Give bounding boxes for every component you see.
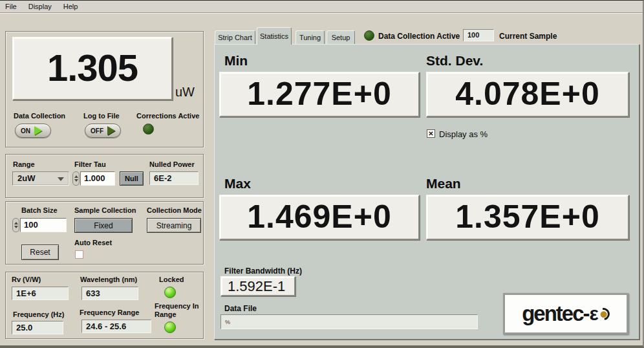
min-header: Min bbox=[224, 53, 248, 69]
reset-button[interactable]: Reset bbox=[21, 245, 59, 260]
nulled-power-label: Nulled Power bbox=[149, 160, 195, 168]
data-collection-toggle-state: ON bbox=[21, 127, 30, 135]
current-sample-label: Current Sample bbox=[499, 32, 557, 41]
log-to-file-toggle[interactable]: OFF bbox=[85, 124, 121, 138]
spinner-up-icon bbox=[74, 173, 78, 178]
spinner-down-icon bbox=[14, 226, 18, 230]
gentec-logo-text: gentec- bbox=[522, 301, 588, 326]
frequency-range-label: Frequency Range bbox=[80, 309, 139, 316]
filter-bandwidth-label: Filter Bandwidth (Hz) bbox=[224, 266, 302, 276]
rv-label: Rv (V/W) bbox=[12, 276, 41, 283]
mean-value-display: 1.357E+0 bbox=[426, 195, 629, 240]
menu-help[interactable]: Help bbox=[63, 1, 84, 12]
power-reading-display: 1.305 bbox=[12, 37, 173, 100]
filter-bandwidth-value: 1.592E-1 bbox=[220, 276, 295, 296]
frequency-in-range-label: Frequency In Range bbox=[155, 302, 200, 319]
batch-size-label: Batch Size bbox=[21, 206, 58, 214]
spinner-up-icon bbox=[14, 220, 18, 224]
data-collection-active-label: Data Collection Active bbox=[378, 32, 460, 41]
menu-bar: File Display Help bbox=[0, 1, 644, 13]
auto-reset-label: Auto Reset bbox=[74, 239, 112, 246]
filter-tau-label: Filter Tau bbox=[74, 160, 106, 168]
batch-panel: Batch Size Sample Collection Collection … bbox=[5, 201, 204, 265]
statistics-tab-panel: Min Std. Dev. 1.277E+0 4.078E+0 ✕ Displa… bbox=[214, 44, 639, 340]
tab-statistics[interactable]: Statistics bbox=[257, 27, 292, 45]
spinner-down-icon bbox=[74, 179, 78, 184]
parameters-panel: Rv (V/W) Wavelength (nm) Locked 1E+6 633… bbox=[5, 272, 204, 339]
display-as-percent-label: Display as % bbox=[439, 129, 488, 139]
range-dropdown-value: 2uW bbox=[17, 173, 35, 183]
auto-reset-checkbox[interactable] bbox=[75, 250, 83, 259]
range-panel: Range Filter Tau Nulled Power 2uW 1.000 … bbox=[5, 154, 204, 198]
corrections-active-led bbox=[143, 124, 154, 135]
frequency-range-value: 24.6 - 25.6 bbox=[81, 320, 151, 333]
sample-collection-label: Sample Collection bbox=[74, 206, 136, 214]
log-to-file-label: Log to File bbox=[83, 112, 120, 120]
tab-strip-chart[interactable]: Strip Chart bbox=[215, 30, 255, 44]
toggle-off-arrow-icon bbox=[107, 126, 115, 135]
data-collection-label: Data Collection bbox=[14, 112, 65, 120]
std-dev-header: Std. Dev. bbox=[426, 53, 483, 69]
meter-panel: 1.305 uW Data Collection Log to File Cor… bbox=[5, 31, 204, 147]
collection-mode-button[interactable]: Streaming bbox=[147, 218, 201, 233]
nulled-power-value: 6E-2 bbox=[149, 171, 199, 185]
sample-collection-button[interactable]: Fixed bbox=[74, 218, 133, 233]
null-button[interactable]: Null bbox=[120, 171, 144, 186]
toggle-on-arrow-icon bbox=[34, 126, 42, 135]
filter-tau-spinner[interactable] bbox=[72, 171, 80, 186]
range-label: Range bbox=[13, 160, 35, 168]
rv-value: 1E+6 bbox=[12, 287, 69, 300]
wavelength-label: Wavelength (nm) bbox=[80, 276, 137, 283]
filter-tau-input[interactable]: 1.000 bbox=[80, 171, 115, 186]
log-to-file-toggle-state: OFF bbox=[91, 127, 103, 135]
gentec-logo-gold-dot-icon bbox=[599, 309, 608, 318]
tab-tuning[interactable]: Tuning bbox=[295, 30, 325, 44]
std-dev-value-display: 4.078E+0 bbox=[426, 72, 629, 117]
menu-file[interactable]: File bbox=[5, 1, 23, 12]
dropdown-arrow-icon bbox=[58, 177, 64, 184]
data-file-label: Data File bbox=[224, 304, 257, 313]
app-window: File Display Help 1.305 uW Data Collecti… bbox=[0, 0, 644, 348]
data-collection-active-led bbox=[364, 30, 374, 41]
locked-label: Locked bbox=[159, 276, 184, 283]
locked-led bbox=[164, 287, 176, 298]
min-value-display: 1.277E+0 bbox=[219, 72, 420, 117]
collection-mode-label: Collection Mode bbox=[147, 206, 202, 214]
max-value-display: 1.469E+0 bbox=[219, 195, 420, 240]
display-as-percent-checkbox[interactable]: ✕ bbox=[427, 129, 435, 138]
frequency-in-range-led bbox=[164, 321, 176, 333]
current-sample-value: 100 bbox=[463, 29, 494, 41]
frequency-value: 25.0 bbox=[12, 321, 63, 334]
wavelength-value: 633 bbox=[81, 287, 138, 300]
gentec-logo: gentec- ε bbox=[503, 293, 628, 334]
menu-display[interactable]: Display bbox=[28, 1, 58, 12]
frequency-label: Frequency (Hz) bbox=[13, 310, 64, 318]
tab-setup[interactable]: Setup bbox=[327, 30, 355, 44]
max-header: Max bbox=[224, 176, 251, 191]
data-collection-toggle[interactable]: ON bbox=[15, 124, 51, 138]
range-dropdown[interactable]: 2uW bbox=[12, 171, 69, 186]
batch-size-input[interactable]: 100 bbox=[20, 218, 67, 232]
data-file-path-field[interactable]: % bbox=[220, 314, 478, 329]
corrections-active-label: Corrections Active bbox=[136, 112, 199, 120]
mean-header: Mean bbox=[426, 176, 461, 191]
empty-path-icon: % bbox=[225, 319, 230, 325]
batch-size-spinner[interactable] bbox=[12, 218, 19, 232]
power-unit-label: uW bbox=[175, 85, 195, 100]
